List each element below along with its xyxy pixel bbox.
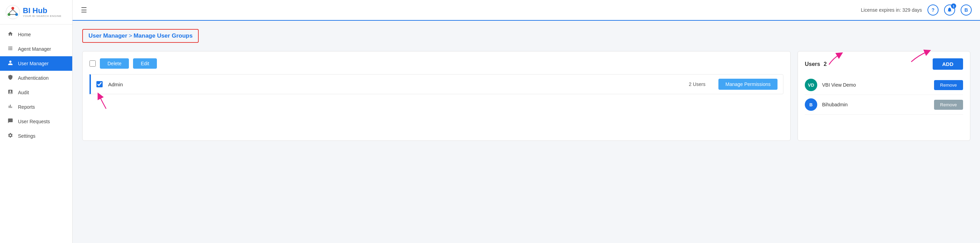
- user-manager-icon: [7, 60, 14, 67]
- breadcrumb-part1: User Manager: [89, 32, 127, 39]
- group-count: 2 Users: [689, 81, 713, 87]
- right-panel-header: Users 2: [805, 58, 963, 70]
- user-name-bihub: Bihubadmin: [822, 102, 929, 107]
- manage-permissions-button[interactable]: Manage Permissions: [718, 79, 778, 90]
- remove-button-vbi[interactable]: Remove: [934, 80, 963, 90]
- left-panel: Delete Edit Admin 2 Users Manage Permiss…: [82, 51, 791, 141]
- svg-line-5: [13, 10, 17, 13]
- user-avatar-bihub: B: [805, 98, 817, 111]
- home-icon: [7, 31, 14, 38]
- arrow-annotation-users: [826, 51, 847, 65]
- settings-icon: [7, 133, 14, 140]
- users-title: Users 2: [805, 61, 827, 67]
- header-right: License expires in: 329 days ? 1 B: [861, 5, 972, 16]
- logo-title: BI Hub: [23, 6, 62, 15]
- user-initial: B: [964, 7, 968, 13]
- add-button[interactable]: ADD: [933, 58, 963, 70]
- sidebar-item-reports-label: Reports: [18, 104, 35, 110]
- help-icon: ?: [932, 7, 935, 13]
- sidebar-item-user-requests[interactable]: User Requests: [0, 114, 72, 129]
- user-row: VD VBI View Demo Remove: [805, 75, 963, 95]
- user-avatar-button[interactable]: B: [961, 5, 972, 16]
- group-row: Admin 2 Users Manage Permissions: [89, 74, 783, 94]
- svg-line-4: [9, 10, 13, 13]
- sidebar-item-user-requests-label: User Requests: [18, 119, 50, 124]
- svg-point-1: [11, 7, 14, 10]
- user-row-bihub: B Bihubadmin Remove: [805, 95, 963, 114]
- breadcrumb-separator: >: [129, 32, 132, 39]
- logo-area: BI Hub YOUR BI SEARCH ENGINE: [0, 0, 72, 24]
- sidebar-item-audit[interactable]: Audit: [0, 85, 72, 100]
- panel-toolbar: Delete Edit: [89, 58, 783, 69]
- notification-badge: 1: [951, 3, 956, 9]
- sidebar-item-reports[interactable]: Reports: [0, 100, 72, 114]
- users-label: Users: [805, 61, 820, 67]
- right-panel: Users 2: [797, 51, 970, 141]
- notifications-button[interactable]: 1: [944, 5, 955, 16]
- delete-button[interactable]: Delete: [100, 58, 129, 69]
- header: ☰ License expires in: 329 days ? 1 B: [73, 0, 980, 21]
- sidebar-item-audit-label: Audit: [18, 90, 29, 95]
- remove-button-bihub[interactable]: Remove: [934, 100, 963, 110]
- sidebar-item-user-manager[interactable]: User Manager: [0, 56, 72, 71]
- breadcrumb-part2: Manage User Groups: [134, 32, 192, 39]
- sidebar-item-home-label: Home: [18, 32, 31, 37]
- header-left: ☰: [81, 6, 87, 13]
- logo-icon: [6, 5, 20, 19]
- sidebar-item-agent-manager[interactable]: Agent Manager: [0, 42, 72, 56]
- sidebar-item-authentication-label: Authentication: [18, 75, 49, 81]
- group-checkbox[interactable]: [96, 81, 103, 87]
- reports-icon: [7, 103, 14, 110]
- arrow-annotation-checkbox: [96, 92, 116, 110]
- logo-text: BI Hub YOUR BI SEARCH ENGINE: [23, 6, 62, 18]
- group-name: Admin: [108, 81, 683, 87]
- select-all-checkbox[interactable]: [89, 60, 96, 67]
- user-initials-bihub: B: [809, 102, 812, 107]
- sidebar: BI Hub YOUR BI SEARCH ENGINE Home Agent …: [0, 0, 73, 243]
- agent-manager-icon: [7, 46, 14, 52]
- arrow-annotation-add: [908, 49, 932, 62]
- main-area: ☰ License expires in: 329 days ? 1 B Use…: [73, 0, 980, 243]
- panels-container: Delete Edit Admin 2 Users Manage Permiss…: [82, 51, 970, 141]
- content-area: User Manager > Manage User Groups Delete…: [73, 21, 980, 243]
- sidebar-item-home[interactable]: Home: [0, 27, 72, 42]
- sidebar-item-user-manager-label: User Manager: [18, 61, 49, 66]
- user-initials-vbi: VD: [808, 83, 814, 88]
- user-name-vbi: VBI View Demo: [822, 82, 929, 88]
- authentication-icon: [7, 75, 14, 81]
- sidebar-item-settings-label: Settings: [18, 133, 36, 139]
- logo-subtitle: YOUR BI SEARCH ENGINE: [23, 15, 62, 18]
- user-avatar-vbi: VD: [805, 79, 817, 91]
- audit-icon: [7, 89, 14, 96]
- sidebar-nav: Home Agent Manager User Manager Authenti…: [0, 24, 72, 243]
- sidebar-item-agent-manager-label: Agent Manager: [18, 46, 51, 52]
- edit-button[interactable]: Edit: [133, 58, 156, 69]
- user-requests-icon: [7, 118, 14, 125]
- breadcrumb: User Manager > Manage User Groups: [82, 29, 199, 43]
- users-count: 2: [824, 61, 827, 67]
- license-text: License expires in: 329 days: [861, 7, 922, 13]
- help-button[interactable]: ?: [928, 5, 939, 16]
- hamburger-button[interactable]: ☰: [81, 6, 87, 13]
- sidebar-item-authentication[interactable]: Authentication: [0, 71, 72, 85]
- sidebar-item-settings[interactable]: Settings: [0, 129, 72, 143]
